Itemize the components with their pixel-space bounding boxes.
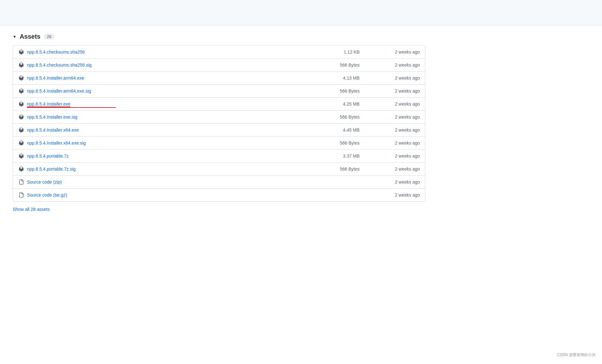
asset-time: 2 weeks ago bbox=[379, 179, 420, 185]
asset-row: npp.8.5.4.Installer.x64.exe.sig566 Bytes… bbox=[13, 137, 425, 150]
asset-row: npp.8.5.4.Installer.arm64.exe.sig566 Byt… bbox=[13, 85, 425, 98]
package-icon bbox=[18, 127, 24, 133]
asset-row: Source code (tar.gz)2 weeks ago bbox=[13, 189, 425, 201]
asset-row: Source code (zip)2 weeks ago bbox=[13, 176, 425, 189]
asset-row: npp.8.5.4.Installer.x64.exe4.45 MB2 week… bbox=[13, 124, 425, 137]
asset-name-link[interactable]: npp.8.5.4.Installer.exe.sig bbox=[27, 114, 321, 120]
package-icon bbox=[18, 114, 24, 120]
package-icon bbox=[18, 62, 24, 68]
asset-time: 2 weeks ago bbox=[379, 114, 420, 120]
asset-time: 2 weeks ago bbox=[379, 49, 420, 55]
asset-size: 566 Bytes bbox=[321, 62, 360, 68]
asset-size: 566 Bytes bbox=[321, 140, 360, 146]
show-all-assets-link[interactable]: Show all 28 assets bbox=[13, 207, 50, 212]
package-icon bbox=[18, 101, 24, 107]
asset-name-link[interactable]: npp.8.5.4.Installer.arm64.exe.sig bbox=[27, 88, 321, 94]
asset-time: 2 weeks ago bbox=[379, 88, 420, 94]
asset-row: npp.8.5.4.portable.7z.sig566 Bytes2 week… bbox=[13, 163, 425, 176]
package-icon bbox=[18, 49, 24, 55]
asset-size: 566 Bytes bbox=[321, 114, 360, 120]
asset-name-link[interactable]: npp.8.5.4.checksums.sha256.sig bbox=[27, 62, 321, 68]
package-icon bbox=[18, 153, 24, 159]
asset-row: npp.8.5.4.Installer.arm64.exe4.13 MB2 we… bbox=[13, 72, 425, 85]
asset-name-link[interactable]: npp.8.5.4.portable.7z bbox=[27, 153, 321, 159]
asset-time: 2 weeks ago bbox=[379, 127, 420, 133]
assets-header[interactable]: ▼ Assets 28 bbox=[13, 33, 589, 40]
asset-time: 2 weeks ago bbox=[379, 192, 420, 198]
asset-name-link[interactable]: npp.8.5.4.checksums.sha256 bbox=[27, 49, 321, 55]
file-icon bbox=[18, 192, 24, 198]
assets-list: npp.8.5.4.checksums.sha2561.12 KB2 weeks… bbox=[13, 45, 425, 202]
asset-size: 566 Bytes bbox=[321, 88, 360, 94]
asset-name-link[interactable]: npp.8.5.4.Installer.exe bbox=[27, 101, 321, 107]
asset-time: 2 weeks ago bbox=[379, 166, 420, 172]
asset-name-link[interactable]: npp.8.5.4.Installer.arm64.exe bbox=[27, 75, 321, 81]
asset-size: 566 Bytes bbox=[321, 166, 360, 172]
file-icon bbox=[18, 179, 24, 185]
watermark: CSDN @爱发明的小兴 bbox=[557, 352, 596, 358]
page-wrapper: ▼ Assets 28 npp.8.5.4.checksums.sha2561.… bbox=[0, 0, 602, 364]
assets-count-badge: 28 bbox=[44, 34, 55, 40]
asset-row: npp.8.5.4.portable.7z3.37 MB2 weeks ago bbox=[13, 150, 425, 163]
asset-time: 2 weeks ago bbox=[379, 153, 420, 159]
top-spacer bbox=[0, 0, 602, 25]
asset-row: npp.8.5.4.Installer.exe4.25 MB2 weeks ag… bbox=[13, 98, 425, 111]
asset-size: 1.12 KB bbox=[321, 49, 360, 55]
asset-name-link[interactable]: Source code (tar.gz) bbox=[27, 192, 321, 198]
asset-time: 2 weeks ago bbox=[379, 101, 420, 107]
package-icon bbox=[18, 140, 24, 146]
assets-chevron-icon: ▼ bbox=[13, 35, 17, 39]
asset-size: 4.25 MB bbox=[321, 101, 360, 107]
content-area: ▼ Assets 28 npp.8.5.4.checksums.sha2561.… bbox=[0, 25, 602, 364]
asset-size: 3.37 MB bbox=[321, 153, 360, 159]
asset-size: 4.13 MB bbox=[321, 75, 360, 81]
package-icon bbox=[18, 166, 24, 172]
asset-name-link[interactable]: npp.8.5.4.portable.7z.sig bbox=[27, 166, 321, 172]
asset-row: npp.8.5.4.checksums.sha2561.12 KB2 weeks… bbox=[13, 46, 425, 59]
asset-name-link[interactable]: npp.8.5.4.Installer.x64.exe bbox=[27, 127, 321, 133]
asset-time: 2 weeks ago bbox=[379, 62, 420, 68]
asset-time: 2 weeks ago bbox=[379, 75, 420, 81]
red-underline-indicator bbox=[27, 107, 116, 108]
asset-name-link[interactable]: npp.8.5.4.Installer.x64.exe.sig bbox=[27, 140, 321, 146]
assets-section-title: Assets bbox=[20, 33, 41, 40]
asset-time: 2 weeks ago bbox=[379, 140, 420, 146]
asset-row: npp.8.5.4.Installer.exe.sig566 Bytes2 we… bbox=[13, 111, 425, 124]
asset-name-link[interactable]: Source code (zip) bbox=[27, 179, 321, 185]
asset-size: 4.45 MB bbox=[321, 127, 360, 133]
asset-row: npp.8.5.4.checksums.sha256.sig566 Bytes2… bbox=[13, 59, 425, 72]
package-icon bbox=[18, 75, 24, 81]
package-icon bbox=[18, 88, 24, 94]
